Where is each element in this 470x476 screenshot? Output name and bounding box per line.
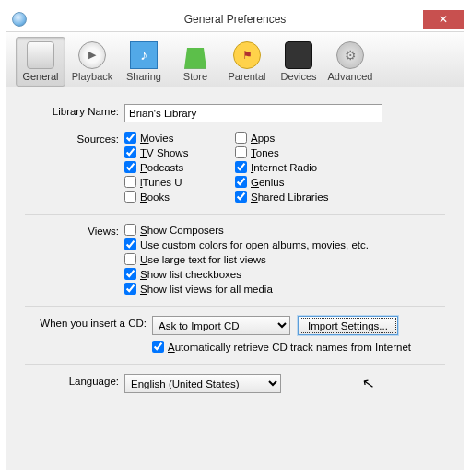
library-name-label: Library Name:	[25, 104, 124, 117]
tab-store[interactable]: Store	[170, 37, 220, 87]
separator	[25, 364, 445, 365]
tab-general[interactable]: General	[16, 37, 65, 87]
sources-label: Sources:	[25, 132, 124, 145]
auto-retrieve-checkbox[interactable]: Automatically retrieve CD track names fr…	[152, 341, 445, 353]
advanced-icon	[336, 41, 364, 69]
source-tones[interactable]: Tones	[235, 146, 373, 158]
tab-sharing[interactable]: Sharing	[119, 37, 169, 87]
app-icon	[12, 12, 27, 27]
tab-advanced[interactable]: Advanced	[325, 37, 375, 87]
preferences-window: General Preferences ✕ General Playback S…	[6, 6, 464, 470]
tab-label: Sharing	[126, 71, 161, 82]
source-shared-libraries[interactable]: Shared Libraries	[235, 191, 373, 203]
source-internet-radio[interactable]: Internet Radio	[235, 161, 373, 173]
source-books[interactable]: Books	[124, 191, 235, 203]
source-genius[interactable]: Genius	[235, 176, 373, 188]
tab-label: Parental	[229, 71, 266, 82]
language-select[interactable]: English (United States)	[124, 374, 281, 393]
tab-label: Devices	[280, 71, 316, 82]
language-label: Language:	[25, 374, 124, 387]
separator	[25, 306, 445, 307]
devices-icon	[285, 41, 312, 69]
tab-label: Advanced	[328, 71, 373, 82]
tab-parental[interactable]: Parental	[222, 37, 272, 87]
playback-icon	[78, 41, 106, 69]
pref-tabs: General Playback Sharing Store Parental …	[6, 32, 464, 87]
tab-label: Store	[183, 71, 207, 82]
tab-playback[interactable]: Playback	[67, 37, 117, 87]
source-movies[interactable]: Movies	[124, 132, 235, 144]
library-name-input[interactable]	[124, 104, 382, 122]
source-tvshows[interactable]: TV Shows	[124, 146, 235, 158]
window-title: General Preferences	[6, 13, 464, 26]
when-cd-label: When you insert a CD:	[25, 316, 152, 329]
titlebar: General Preferences ✕	[6, 6, 464, 32]
tab-devices[interactable]: Devices	[274, 37, 323, 87]
view-large-text[interactable]: Use large text for list views	[124, 253, 445, 265]
separator	[25, 214, 445, 215]
view-custom-colors[interactable]: Use custom colors for open albums, movie…	[124, 238, 445, 250]
source-podcasts[interactable]: Podcasts	[124, 161, 235, 173]
cd-action-select[interactable]: Ask to Import CD	[152, 316, 290, 335]
views-label: Views:	[25, 224, 124, 237]
source-apps[interactable]: Apps	[235, 132, 373, 144]
content-pane: Library Name: Sources: Movies Apps TV Sh…	[6, 87, 464, 470]
sharing-icon	[130, 41, 158, 69]
tab-label: Playback	[72, 71, 113, 82]
store-icon	[182, 41, 209, 69]
close-button[interactable]: ✕	[423, 10, 464, 29]
general-icon	[27, 41, 54, 69]
view-show-checkboxes[interactable]: Show list checkboxes	[124, 268, 445, 280]
parental-icon	[233, 41, 261, 69]
view-show-composers[interactable]: Show Composers	[124, 224, 445, 236]
tab-label: General	[22, 71, 58, 82]
source-itunesu[interactable]: iTunes U	[124, 176, 235, 188]
view-show-list-views[interactable]: Show list views for all media	[124, 283, 445, 295]
import-settings-button[interactable]: Import Settings...	[298, 316, 398, 335]
